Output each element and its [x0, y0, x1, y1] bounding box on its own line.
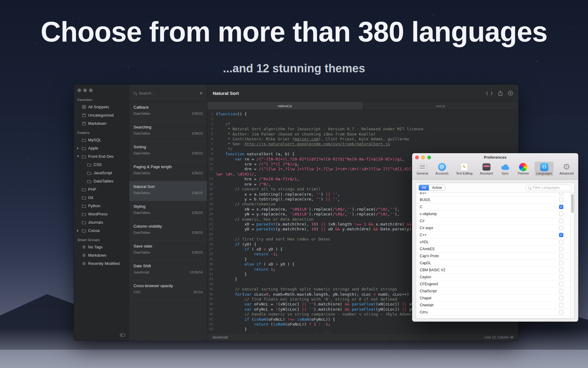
language-row-cap-n-proto[interactable]: Cap'n Proto — [416, 253, 574, 260]
snippet-row-type: DataTables — [134, 132, 150, 135]
sidebar-item-mysql[interactable]: MySQL — [74, 136, 129, 144]
sidebar-item-no-tags[interactable]: No Tags — [74, 243, 129, 251]
snippet-row-cross-browser-opacity[interactable]: Cross-browser opacityCSS3/1/14 — [129, 280, 207, 300]
language-row-c[interactable]: C++✓ — [416, 232, 574, 239]
sidebar-item-git[interactable]: Git — [74, 193, 129, 202]
scrollbar-thumb[interactable] — [571, 194, 574, 213]
language-row-cirru[interactable]: Cirru — [416, 309, 574, 316]
language-checkbox[interactable] — [559, 247, 563, 251]
prefs-toolbar-general[interactable]: General — [415, 162, 429, 176]
snippet-row-date-shift[interactable]: Date ShiftJavaScript12/30/14 — [129, 261, 207, 280]
filter-active-segment[interactable]: Active — [429, 185, 445, 190]
sidebar-item-markdown[interactable]: Markdown — [74, 119, 129, 128]
language-search-field[interactable]: Filter Languages — [526, 185, 572, 191]
snippet-row-styling[interactable]: StylingDataTables1/26/15 — [129, 201, 207, 221]
scrollbar[interactable] — [570, 193, 574, 318]
prefs-toolbar-advanced[interactable]: ⚙Advanced — [558, 162, 575, 176]
sidebar-item-apple[interactable]: Apple — [74, 144, 129, 152]
language-row-chaiscript[interactable]: ChaiScript — [416, 288, 574, 295]
prefs-toolbar-languages[interactable]: {}Languages — [535, 162, 554, 176]
minimize-button[interactable] — [421, 156, 425, 159]
add-snippet-button[interactable]: + — [199, 90, 203, 96]
language-checkbox[interactable] — [559, 303, 563, 307]
snippet-row-searching[interactable]: SearchingDataTables1/26/15 — [129, 122, 207, 142]
sidebar-item-css[interactable]: CSS — [74, 161, 129, 169]
snippet-row-column-visibility[interactable]: Column visibilityDataTables1/26/15 — [129, 221, 207, 241]
language-checkbox[interactable] — [559, 193, 563, 195]
language-name: CBM BASIC V2 — [420, 268, 445, 272]
language-checkbox[interactable] — [559, 310, 563, 314]
snippet-row-save-state[interactable]: Save stateDataTables1/26/15 — [129, 241, 207, 261]
disclosure-right-icon[interactable] — [76, 147, 80, 150]
language-checkbox[interactable]: ✓ — [559, 205, 563, 209]
zoom-button[interactable] — [89, 88, 93, 92]
snippet-row-callback[interactable]: CallbackDataTables1/26/15 — [129, 102, 207, 122]
disclosure-right-icon[interactable] — [76, 229, 80, 232]
language-row-c-objdump[interactable]: c-objdump — [416, 211, 574, 218]
language-row-ceylon[interactable]: Ceylon — [416, 274, 574, 281]
language-checkbox[interactable] — [559, 296, 563, 300]
sidebar-item-front-end-dev[interactable]: Front End Dev — [74, 152, 129, 161]
zoom-button[interactable] — [427, 156, 431, 159]
language-row-cfengine3[interactable]: CFEngine3 — [416, 281, 574, 288]
sidebar-item-cocoa[interactable]: Cocoa — [74, 226, 129, 235]
language-row-cheetah[interactable]: Cheetah — [416, 302, 574, 309]
prefs-toolbar-accounts[interactable]: @Accounts — [434, 162, 450, 176]
language-row-capdl[interactable]: CapDL — [416, 260, 574, 267]
language-row-bst[interactable]: BST — [416, 193, 574, 197]
language-checkbox[interactable] — [559, 240, 563, 244]
language-checkbox[interactable] — [559, 219, 563, 223]
sidebar-item-wordpress[interactable]: WordPress — [74, 210, 129, 218]
language-name: Ceylon — [420, 275, 431, 279]
sidebar-item-javascript[interactable]: JavaScript — [74, 169, 129, 177]
language-checkbox[interactable] — [559, 289, 563, 293]
sidebar-item-datatables[interactable]: DataTables — [74, 177, 129, 185]
minimize-button[interactable] — [83, 88, 87, 92]
status-language[interactable]: JavaScript — [212, 335, 228, 339]
line-number: 8 — [207, 147, 216, 152]
tab-natural-js[interactable]: natural.js — [207, 102, 363, 110]
sidebar-item-recently-modified[interactable]: Recently Modified — [74, 259, 129, 268]
language-checkbox[interactable] — [559, 212, 563, 216]
language-checkbox[interactable] — [559, 254, 563, 258]
sidebar-item-journals[interactable]: Journals — [74, 218, 129, 226]
language-row-bugs[interactable]: BUGS — [416, 197, 574, 204]
sidebar-item-markdown[interactable]: Markdown — [74, 251, 129, 259]
sidebar-toggle-button[interactable] — [120, 333, 125, 338]
add-fragment-icon[interactable] — [508, 91, 513, 96]
prefs-toolbar-text-editing[interactable]: ✎Text Editing — [454, 162, 474, 176]
share-icon[interactable] — [498, 91, 503, 96]
language-checkbox[interactable] — [559, 261, 563, 265]
snippet-search[interactable]: Search... + — [129, 85, 207, 102]
sidebar-item-all-snippets[interactable]: All Snippets — [74, 103, 129, 111]
disclosure-down-icon[interactable] — [76, 156, 80, 157]
sidebar-item-python[interactable]: Python — [74, 202, 129, 210]
hero-title: Choose from more than 380 languages — [0, 16, 588, 48]
prefs-toolbar-assistant[interactable]: Assistant — [478, 162, 494, 176]
language-checkbox[interactable]: ✓ — [559, 233, 563, 237]
prefs-toolbar-sync[interactable]: Sync — [499, 162, 511, 176]
language-checkbox[interactable] — [559, 198, 563, 202]
sidebar-item-php[interactable]: PHP — [74, 185, 129, 193]
language-row-c-aspx[interactable]: C# aspx — [416, 225, 574, 232]
language-row-cadl[interactable]: cADL — [416, 239, 574, 246]
prefs-toolbar-themes[interactable]: Themes — [516, 162, 530, 176]
language-row-c[interactable]: C✓ — [416, 204, 574, 211]
snippet-row-natural-sort[interactable]: Natural SortDataTables1/26/15 — [129, 181, 207, 201]
close-button[interactable] — [77, 88, 81, 92]
braces-icon[interactable]: { } — [486, 91, 493, 96]
language-checkbox[interactable] — [559, 275, 563, 279]
language-checkbox[interactable] — [559, 226, 563, 230]
language-row-cbm-basic-v2[interactable]: CBM BASIC V2 — [416, 267, 574, 274]
language-checkbox[interactable] — [559, 282, 563, 286]
filter-all-segment[interactable]: All — [419, 185, 429, 190]
language-checkbox[interactable] — [559, 268, 563, 272]
tab-use-js[interactable]: use.js — [363, 102, 519, 110]
snippet-row-paging-page-length[interactable]: Paging & Page lengthDataTables1/26/15 — [129, 161, 207, 181]
language-row-camkes[interactable]: CAmkES — [416, 246, 574, 253]
snippet-row-sorting[interactable]: SortingDataTables1/26/15 — [129, 142, 207, 161]
close-button[interactable] — [415, 156, 419, 159]
language-row-chapel[interactable]: Chapel — [416, 295, 574, 302]
sidebar-item-uncategorized[interactable]: Uncategorized — [74, 111, 129, 119]
language-row-c[interactable]: C# — [416, 218, 574, 225]
